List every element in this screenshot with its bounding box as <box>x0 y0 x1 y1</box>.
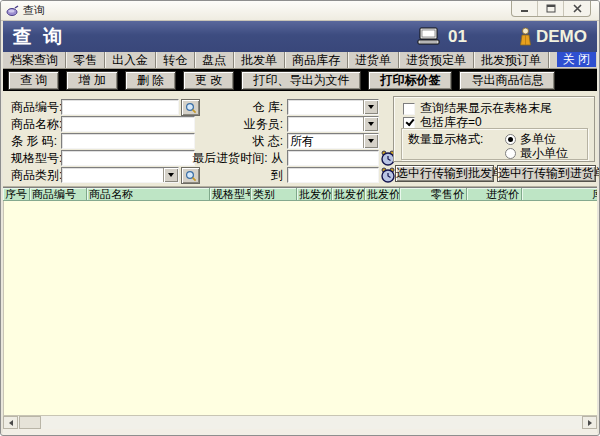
maximize-icon <box>546 4 556 13</box>
spec-model-input[interactable] <box>61 150 195 166</box>
multi-unit-radio[interactable] <box>505 134 516 145</box>
clock-icon <box>380 167 396 183</box>
horizontal-scrollbar[interactable] <box>3 415 597 429</box>
include-zero-checkbox[interactable] <box>403 117 415 129</box>
scroll-right-button[interactable] <box>582 416 597 429</box>
warehouse-label: 仓 库: <box>195 100 283 115</box>
print-price-tag-button[interactable]: 打印标价签 <box>368 71 452 90</box>
min-unit-label: 最小单位 <box>520 145 568 162</box>
salesman-label: 业务员: <box>195 117 283 132</box>
column-header-wholesale1[interactable]: 批发价1 <box>297 188 332 200</box>
qty-format-group: 数量显示格式: 多单位 最小单位 <box>401 128 588 160</box>
warehouse-value <box>288 100 363 114</box>
status-dropdown-button[interactable] <box>363 134 378 148</box>
product-code-input[interactable] <box>61 99 179 115</box>
query-button[interactable]: 查 询 <box>8 71 59 90</box>
warehouse-select[interactable] <box>287 99 379 115</box>
terminal-icon <box>415 26 442 48</box>
tab-purchase-reserve[interactable]: 进货预定单 <box>399 52 474 68</box>
to-label: 到 <box>181 168 283 183</box>
close-icon <box>573 4 582 13</box>
window-title: 查询 <box>23 3 45 18</box>
column-header-stock[interactable]: 库存 <box>522 188 597 200</box>
column-header-index[interactable]: 序号 <box>3 188 30 200</box>
tabbar: 档案查询 零售 出入金 转仓 盘点 批发单 商品库存 进货单 进货预定单 批发预… <box>3 52 597 69</box>
app-icon <box>6 4 19 17</box>
product-name-input[interactable] <box>61 116 195 132</box>
tab-wholesale-order[interactable]: 批发单 <box>234 52 285 68</box>
scrollbar-thumb[interactable] <box>19 416 41 429</box>
scrollbar-track[interactable] <box>41 416 582 429</box>
filter-panel: 商品编号: 商品名称: 条 形 码: 规格型号: 商品类别: <box>3 91 597 187</box>
category-select[interactable] <box>61 167 179 183</box>
options-panel: 查询结果显示在表格末尾 包括库存=0 数量显示格式: 多单位 最小单位 <box>393 96 595 162</box>
tab-wholesale-reserve[interactable]: 批发预订单 <box>474 52 549 68</box>
app-window: 查询 查 询 01 <box>0 0 600 436</box>
minimize-button[interactable] <box>512 1 538 16</box>
window-bottom-frame <box>3 429 597 433</box>
category-label: 商品类别: <box>11 168 62 183</box>
tab-retail[interactable]: 零售 <box>66 52 105 68</box>
min-unit-option[interactable]: 最小单位 <box>505 145 568 162</box>
scroll-left-button[interactable] <box>3 416 18 429</box>
tab-product-stock[interactable]: 商品库存 <box>285 52 348 68</box>
tab-purchase-order[interactable]: 进货单 <box>348 52 399 68</box>
chevron-down-icon <box>168 173 174 177</box>
export-product-info-button[interactable]: 导出商品信息 <box>459 71 555 90</box>
client-area: 查 询 01 DEMO <box>1 21 599 433</box>
table-body[interactable] <box>3 201 597 415</box>
last-purchase-to-input[interactable] <box>287 167 379 183</box>
status-value: 所有 <box>288 134 363 148</box>
column-header-retail-price[interactable]: 零售价 <box>400 188 467 200</box>
titlebar: 查询 <box>1 1 599 21</box>
toolbar: 查 询 增 加 删 除 更 改 打印、导出为文件 打印标价签 导出商品信息 <box>3 69 597 91</box>
column-header-purchase-price[interactable]: 进货价 <box>467 188 522 200</box>
column-header-product-code[interactable]: 商品编号 <box>30 188 87 200</box>
tab-cash-in-out[interactable]: 出入金 <box>105 52 156 68</box>
column-header-category[interactable]: 类别 <box>251 188 297 200</box>
barcode-input[interactable] <box>61 133 195 149</box>
spec-model-label: 规格型号: <box>11 151 62 166</box>
salesman-dropdown-button[interactable] <box>363 117 378 131</box>
tab-archive-query[interactable]: 档案查询 <box>3 52 66 68</box>
tab-stocktake[interactable]: 盘点 <box>195 52 234 68</box>
minimize-icon <box>520 4 529 13</box>
transfer-to-purchase-button[interactable]: 选中行传输到进货单 <box>497 165 596 182</box>
product-name-label: 商品名称: <box>11 117 62 132</box>
tab-warehouse-transfer[interactable]: 转仓 <box>156 52 195 68</box>
modify-button[interactable]: 更 改 <box>183 71 234 90</box>
add-button[interactable]: 增 加 <box>66 71 117 90</box>
terminal-number: 01 <box>448 27 467 47</box>
arrow-right-icon <box>588 420 592 426</box>
last-purchase-from-label: 最后进货时间: 从 <box>181 151 283 166</box>
min-unit-radio[interactable] <box>505 148 516 159</box>
salesman-value <box>288 117 363 131</box>
column-header-product-name[interactable]: 商品名称 <box>87 188 210 200</box>
close-button[interactable] <box>564 1 590 16</box>
qty-format-label: 数量显示格式: <box>408 132 483 147</box>
salesman-select[interactable] <box>287 116 379 132</box>
user-name: DEMO <box>536 27 587 47</box>
column-header-wholesale2[interactable]: 批发价2 <box>332 188 365 200</box>
status-select[interactable]: 所有 <box>287 133 379 149</box>
column-header-spec[interactable]: 规格型号 <box>210 188 251 200</box>
window-controls <box>511 1 591 17</box>
warehouse-dropdown-button[interactable] <box>363 100 378 114</box>
close-tab-button[interactable]: 关 闭 <box>557 52 596 67</box>
show-at-end-checkbox[interactable] <box>403 103 415 115</box>
chevron-down-icon <box>368 105 374 109</box>
barcode-label: 条 形 码: <box>11 134 57 149</box>
category-dropdown-button[interactable] <box>163 168 178 182</box>
delete-button[interactable]: 删 除 <box>125 71 176 90</box>
transfer-to-wholesale-button[interactable]: 选中行传输到批发单 <box>395 165 494 182</box>
page-title: 查 询 <box>13 24 65 50</box>
maximize-button[interactable] <box>538 1 564 16</box>
chevron-down-icon <box>368 139 374 143</box>
arrow-left-icon <box>9 420 13 426</box>
column-header-wholesale3[interactable]: 批发价3 <box>365 188 400 200</box>
category-value <box>62 168 163 182</box>
last-purchase-from-input[interactable] <box>287 150 379 166</box>
chevron-down-icon <box>368 122 374 126</box>
print-export-button[interactable]: 打印、导出为文件 <box>241 71 361 90</box>
page-header: 查 询 01 DEMO <box>3 21 597 52</box>
